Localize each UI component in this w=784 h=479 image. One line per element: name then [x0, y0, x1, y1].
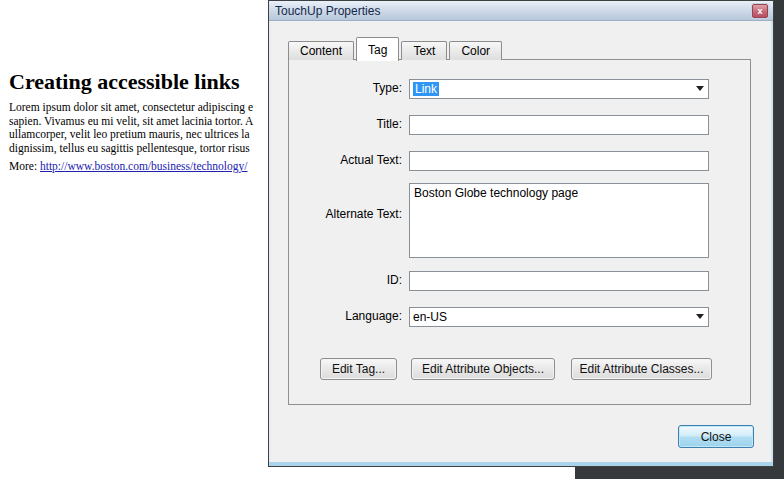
window-close-icon[interactable]: x: [752, 4, 768, 18]
language-dropdown[interactable]: en-US: [409, 307, 709, 327]
paragraph-line: sapien. Vivamus eu mi velit, sit amet la…: [9, 115, 253, 129]
type-selected-value: Link: [413, 82, 439, 96]
tab-content[interactable]: Content: [288, 41, 354, 60]
alternate-text-label: Alternate Text:: [289, 207, 402, 221]
dialog-titlebar[interactable]: TouchUp Properties: [269, 1, 773, 21]
chevron-down-icon[interactable]: [696, 314, 704, 319]
dialog-title: TouchUp Properties: [275, 4, 380, 18]
paragraph-line: dignissim, tellus eu sagittis pellentesq…: [9, 142, 253, 156]
tab-text[interactable]: Text: [401, 41, 447, 60]
document-more-line: More: http://www.boston.com/business/tec…: [9, 160, 248, 172]
title-input[interactable]: [409, 115, 709, 135]
actual-text-label: Actual Text:: [289, 153, 402, 167]
alternate-text-textarea[interactable]: Boston Globe technology page: [409, 183, 709, 258]
touchup-properties-dialog: TouchUp Properties x Content Tag Text Co…: [268, 0, 774, 467]
language-label: Language:: [289, 309, 402, 323]
tab-tag[interactable]: Tag: [356, 37, 399, 61]
edit-attribute-objects-button[interactable]: Edit Attribute Objects...: [411, 358, 555, 380]
edit-tag-button[interactable]: Edit Tag...: [320, 358, 397, 380]
tag-tab-panel: Type: Link Title: Actual Text: Alternate…: [288, 59, 751, 405]
chevron-down-icon[interactable]: [696, 86, 704, 91]
document-paragraph: Lorem ipsum dolor sit amet, consectetur …: [9, 101, 253, 155]
id-input[interactable]: [409, 271, 709, 291]
type-label: Type:: [289, 81, 402, 95]
edit-attribute-classes-button[interactable]: Edit Attribute Classes...: [571, 358, 712, 380]
paragraph-line: Lorem ipsum dolor sit amet, consectetur …: [9, 101, 253, 115]
id-label: ID:: [289, 273, 402, 287]
title-label: Title:: [289, 117, 402, 131]
more-label: More:: [9, 160, 37, 172]
actual-text-input[interactable]: [409, 151, 709, 171]
paragraph-line: ullamcorper, velit leo pretium mauris, n…: [9, 128, 253, 142]
document-heading: Creating accessible links: [9, 69, 240, 95]
language-selected-value: en-US: [413, 310, 447, 324]
tab-strip: Content Tag Text Color: [288, 37, 502, 61]
type-dropdown[interactable]: Link: [409, 79, 709, 99]
tab-color[interactable]: Color: [449, 41, 502, 60]
close-button[interactable]: Close: [678, 425, 754, 448]
document-hyperlink[interactable]: http://www.boston.com/business/technolog…: [40, 160, 248, 172]
